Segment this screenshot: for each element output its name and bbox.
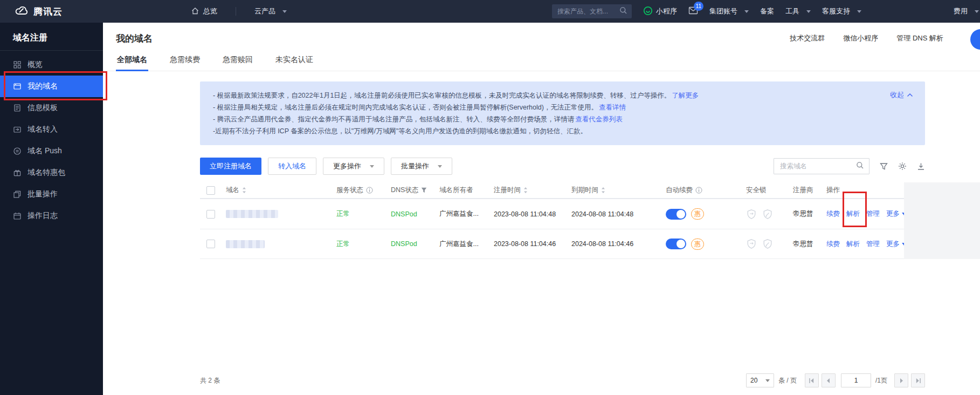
nav-support[interactable]: 客服支持: [822, 6, 861, 16]
filter-funnel-icon[interactable]: [421, 187, 427, 193]
manage-link[interactable]: 管理: [866, 209, 880, 219]
dns-status: DNSPod: [385, 240, 434, 248]
domain-owner: 广州嘉益食...: [434, 240, 488, 249]
tab-all-domains[interactable]: 全部域名: [116, 54, 148, 71]
main-content: 我的域名 技术交流群 微信小程序 管理 DNS 解析 全部域名 急需续费 急需赎…: [103, 23, 980, 395]
first-page-button[interactable]: [805, 373, 819, 387]
nav-products[interactable]: 云产品: [254, 6, 287, 16]
more-link[interactable]: 更多: [886, 209, 906, 219]
nav-tools[interactable]: 工具: [785, 6, 811, 16]
notice-line: -近期有不法分子利用 ICP 备案的公示信息，以"万维网/万域网"等名义向用户发…: [213, 125, 866, 137]
topbar-search[interactable]: [552, 4, 632, 18]
header-expire-time[interactable]: 到期时间: [566, 186, 660, 195]
nav-billing[interactable]: 费用: [954, 6, 979, 16]
promo-badge: 惠: [691, 208, 704, 220]
download-icon[interactable]: [917, 162, 925, 171]
tab-need-renewal[interactable]: 急需续费: [169, 54, 201, 71]
total-count: 共 2 条: [200, 376, 220, 385]
toolbar-right: [774, 158, 925, 174]
gift-icon: [13, 168, 22, 177]
layers-icon: [13, 190, 22, 199]
topbar: 腾讯云 总览 云产品: [0, 0, 980, 23]
header-domain[interactable]: 域名: [224, 186, 329, 195]
sidebar-item-transfer-in[interactable]: 域名转入: [0, 119, 103, 140]
select-all-checkbox[interactable]: [206, 186, 215, 195]
settings-gear-icon[interactable]: [898, 162, 907, 171]
filter-icon[interactable]: [880, 162, 888, 171]
chevron-down-icon: [438, 165, 442, 168]
calendar-icon: [13, 212, 22, 220]
page-title: 我的域名: [116, 32, 153, 45]
sidebar-item-info-template[interactable]: 信息模板: [0, 97, 103, 119]
batch-operations-button[interactable]: 批量操作: [391, 158, 452, 175]
renew-link[interactable]: 续费: [826, 240, 840, 249]
pagination: 20 条 / 页 /1页: [746, 373, 925, 387]
table-row: 正常 DNSPod 广州嘉益食... 2023-08-08 11:04:48 2…: [200, 199, 904, 229]
tab-need-redeem[interactable]: 急需赎回: [222, 54, 254, 71]
page-number-input[interactable]: [841, 373, 871, 387]
table-header-row: 域名 服务状态 DNS状态 域名所有者: [200, 182, 904, 199]
sidebar-item-domain-push[interactable]: 域名 Push: [0, 140, 103, 162]
sidebar-item-special-package[interactable]: 域名特惠包: [0, 162, 103, 183]
sort-icon[interactable]: [523, 187, 528, 194]
tencent-cloud-logo[interactable]: 腾讯云: [0, 5, 63, 18]
nav-beian[interactable]: 备案: [760, 6, 774, 16]
auto-renew-toggle[interactable]: [666, 239, 686, 249]
chevron-down-icon: [806, 10, 811, 13]
topbar-search-input[interactable]: [556, 7, 619, 16]
sidebar-item-operation-logs[interactable]: 操作日志: [0, 205, 103, 227]
info-icon[interactable]: [695, 187, 702, 194]
auto-renew-toggle[interactable]: [666, 209, 686, 220]
expiration-time: 2024-08-08 11:04:48: [566, 210, 660, 218]
domain-table: 域名 服务状态 DNS状态 域名所有者: [200, 182, 904, 259]
sort-icon[interactable]: [601, 187, 605, 194]
more-link[interactable]: 更多: [886, 240, 906, 249]
sidebar-item-overview[interactable]: 概览: [0, 54, 103, 76]
notice-line: - 根据最新政策法规要求，自2022年1月1日起，域名注册前必须使用已实名审核的…: [213, 90, 866, 101]
next-page-button[interactable]: [894, 373, 908, 387]
transfer-in-button[interactable]: 转入域名: [268, 158, 316, 175]
nav-miniprogram[interactable]: 小程序: [643, 6, 677, 17]
link-manage-dns[interactable]: 管理 DNS 解析: [896, 33, 943, 43]
topbar-nav: 总览 云产品: [191, 6, 287, 17]
header-security-lock: 安全锁: [739, 186, 787, 195]
chevron-up-icon: [907, 93, 913, 97]
sort-icon[interactable]: [242, 187, 246, 194]
redacted-domain-name: [226, 240, 265, 248]
last-page-button[interactable]: [911, 373, 925, 387]
resolve-link[interactable]: 解析: [846, 209, 860, 219]
push-icon: [13, 147, 22, 155]
voucher-list-link[interactable]: 查看代金券列表: [575, 115, 623, 123]
row-checkbox[interactable]: [206, 210, 215, 219]
domain-search-input[interactable]: [779, 162, 856, 171]
view-details-link[interactable]: 查看详情: [599, 104, 626, 111]
shield-transfer-icon: [746, 209, 757, 220]
search-icon[interactable]: [619, 6, 627, 16]
more-operations-button[interactable]: 更多操作: [323, 158, 384, 175]
collapse-notice-button[interactable]: 收起: [890, 90, 913, 100]
search-icon[interactable]: [856, 161, 864, 172]
row-checkbox[interactable]: [206, 240, 215, 248]
link-wechat-miniprogram[interactable]: 微信小程序: [843, 33, 878, 43]
link-tech-group[interactable]: 技术交流群: [790, 33, 825, 43]
table-row: 正常 DNSPod 广州嘉益食... 2023-08-08 11:04:46 2…: [200, 229, 904, 259]
sidebar-item-batch-operations[interactable]: 批量操作: [0, 183, 103, 205]
register-domain-button[interactable]: 立即注册域名: [200, 158, 261, 175]
header-reg-time[interactable]: 注册时间: [488, 186, 566, 195]
nav-group-account[interactable]: 集团账号: [709, 6, 749, 16]
nav-messages[interactable]: 11: [688, 6, 698, 16]
domain-search-box[interactable]: [774, 158, 869, 174]
sidebar: 域名注册 概览 我的域名 信息模板 域名转入 域名 Push: [0, 23, 103, 395]
tab-not-verified[interactable]: 未实名认证: [274, 54, 314, 71]
nav-overview[interactable]: 总览: [191, 6, 217, 17]
service-status: 正常: [329, 209, 385, 219]
manage-link[interactable]: 管理: [866, 240, 880, 249]
learn-more-link[interactable]: 了解更多: [672, 92, 699, 99]
resolve-link[interactable]: 解析: [846, 240, 860, 249]
info-icon[interactable]: [366, 187, 373, 194]
prev-page-button[interactable]: [822, 373, 836, 387]
shield-transfer-icon: [746, 239, 757, 249]
sidebar-item-my-domains[interactable]: 我的域名: [0, 76, 103, 97]
renew-link[interactable]: 续费: [826, 209, 840, 219]
page-size-select[interactable]: 20: [746, 373, 774, 387]
